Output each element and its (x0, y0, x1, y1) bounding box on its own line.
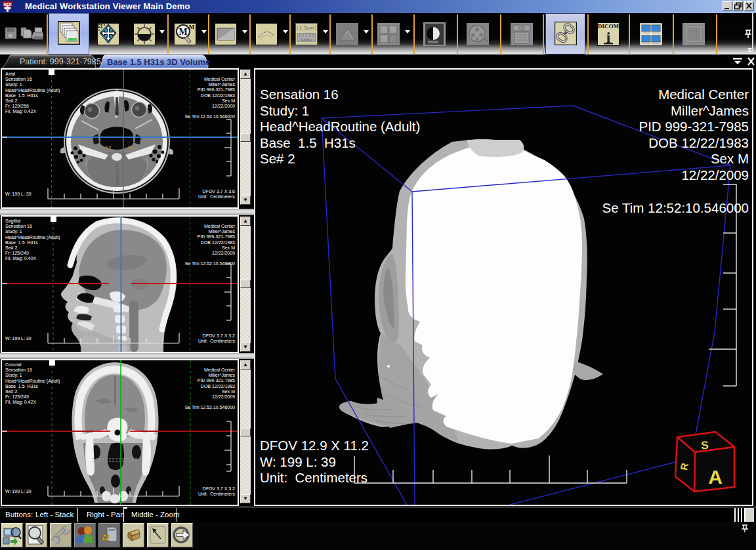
svg-text:MED: MED (3, 3, 11, 7)
svg-text:CD: CD (518, 26, 525, 30)
svg-text:Lasso: Lasso (301, 37, 312, 41)
svg-text:Base 1.5 H31s 3D Volume: Base 1.5 H31s 3D Volume (107, 57, 210, 67)
svg-text:1.3cm: 1.3cm (299, 25, 314, 31)
svg-text:S: S (701, 439, 709, 452)
svg-text:A: A (708, 466, 723, 488)
svg-text:Patient: 999-321-7985: Patient: 999-321-7985 (20, 57, 101, 66)
svg-text:M: M (178, 27, 187, 37)
svg-text:M: M (189, 24, 195, 30)
